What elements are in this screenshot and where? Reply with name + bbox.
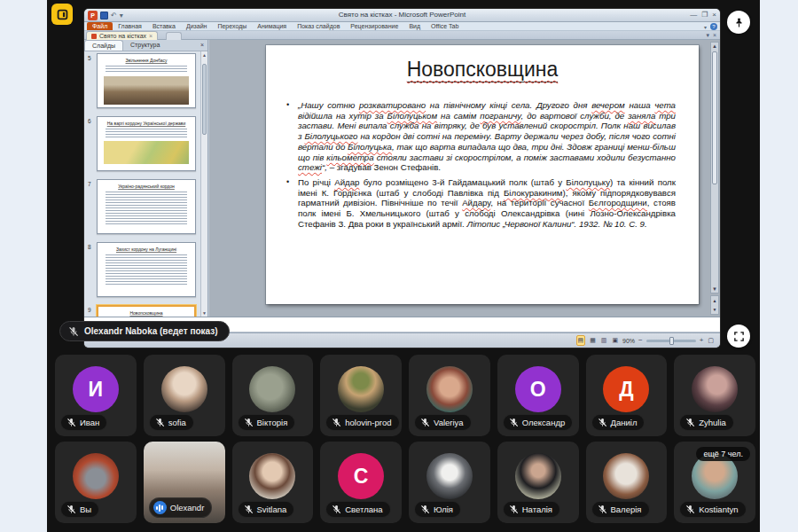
ribbon-tab-animations: Анимация [252,22,292,30]
participant-tile[interactable]: И Иван [55,355,137,436]
participant-name: Вы [80,505,91,514]
thumbnail-map [104,141,189,164]
view-reading-icon: ▥ [600,336,608,345]
fit-to-window-icon: ▢ [707,336,715,345]
mic-muted-icon [244,505,254,514]
prev-next-slide-buttons: ▲ ▼ [710,295,719,315]
mic-muted-icon [509,505,519,514]
mic-muted-icon [332,418,341,427]
avatar: О [515,366,561,412]
participant-tile[interactable]: Zyhulia [674,355,755,436]
mic-muted-icon [68,326,79,337]
tab-close-icon: × [149,33,153,39]
presenter-label[interactable]: Olexandr Naboka (ведет показ) [59,321,230,341]
participant-name: Zyhulia [699,418,726,427]
view-slideshow-icon: ▣ [611,336,619,345]
zoom-slider [646,340,696,342]
participant-tile[interactable]: Вікторія [232,355,314,436]
mic-muted-icon [598,505,607,514]
tabs-close-icon: × [713,32,716,39]
slide-thumbnail-selected: 9 Новопсковщина [84,305,200,317]
avatar: С [338,453,384,499]
slide-thumbnail: 5 Звільнення Донбасу [84,53,200,113]
participant-name: Олександр [522,418,565,427]
participants-grid: И Иван sofia Вікторія holovin-prod Valer… [55,355,755,523]
slide-bullet: По річці Айдар було розміщено 3-й Гайдам… [298,177,676,230]
slide-title: Новопсковщина [266,58,699,82]
pin-share-button[interactable] [727,11,750,34]
ribbon-tab-file: Файл [87,22,113,30]
slide-scrollbar: ▲ ▼ [710,42,719,293]
ppt-titlebar: P ↶ ▾ Свято на кістках - Microsoft Power… [84,9,720,22]
current-slide: Новопсковщина „Нашу сотню розкватировано… [266,45,699,304]
ppt-window-controls: — ❐ × [690,10,716,20]
participant-name: Наталія [522,505,552,514]
mic-muted-icon [685,418,695,427]
panel-tab-outline: Структура [123,40,167,51]
ribbon-tab-design: Дизайн [181,22,213,30]
participant-tile-video[interactable]: Olexandr [144,442,225,523]
ribbon-tab-slideshow: Показ слайдов [292,22,345,30]
document-tab-new [166,32,182,40]
speaking-indicator-icon [153,501,167,514]
participant-tile[interactable]: Юлія [409,442,490,523]
participant-name: Olexandr [170,503,205,512]
panel-close-icon: × [200,42,204,48]
ppt-document-tabs: Свято на кістках × ▾ × [84,31,720,40]
slide-bullet: „Нашу сотню розкватировано на північному… [298,100,676,173]
participant-tile[interactable]: Д Даниіл [586,355,668,436]
mic-muted-icon [155,418,165,427]
ppt-window-title: Свято на кістках - Microsoft PowerPoint [84,11,720,19]
tabs-dropdown-icon: ▾ [706,32,709,39]
participant-name: Вікторія [257,418,288,427]
participant-tile[interactable]: Valeriya [409,355,490,436]
slides-panel: Слайды Структура × 5 Звільнення Донбасу [84,40,208,317]
participant-tile[interactable]: ещё 7 чел. Kostiantyn [674,442,755,523]
ribbon-tab-review: Рецензирование [345,22,403,30]
expand-icon [733,331,745,342]
participant-tile[interactable]: Наталія [497,442,579,523]
ppt-ribbon-tabs: Файл Главная Вставка Дизайн Переходы Ани… [84,22,720,31]
participant-name: Valeriya [434,418,464,427]
pin-icon [733,17,745,28]
ribbon-tab-officetab: Office Tab [426,22,464,30]
ppt-file-icon [91,34,97,39]
ribbon-tab-transitions: Переходы [212,22,252,30]
participant-tile[interactable]: holovin-prod [320,355,402,436]
zoom-level: 90% [622,338,635,344]
participant-tile[interactable]: Валерія [586,442,668,523]
slide-thumbnail: 8 Захист кордону на Луганщині [84,242,200,302]
participant-name: Svitlana [257,505,287,514]
ribbon-tab-view: Вид [403,22,426,30]
slide-body-text: „Нашу сотню розкватировано на північному… [298,100,676,233]
view-normal-icon: ▤ [576,335,586,346]
view-sorter-icon: ▦ [589,336,597,345]
screen-share-icon [56,8,69,21]
app-logo[interactable] [51,4,73,25]
participant-name: Kostiantyn [699,505,738,514]
mic-muted-icon [244,418,254,427]
avatar [603,453,649,499]
screen-share-view[interactable]: P ↶ ▾ Свято на кістках - Microsoft Power… [84,9,720,348]
avatar [426,366,473,412]
participant-tile[interactable]: С Светлана [320,442,402,523]
participant-name: Светлана [345,505,382,514]
mic-muted-icon [685,505,695,514]
more-participants-badge[interactable]: ещё 7 чел. [696,447,750,461]
ribbon-tab-insert: Вставка [147,22,181,30]
participant-tile[interactable]: Вы [55,442,137,523]
avatar [692,366,738,412]
participant-name: sofia [168,418,186,427]
participant-tile[interactable]: Svitlana [232,442,314,523]
avatar [426,453,473,499]
slide-thumbnail: 7 Україно-радянський кордон [84,179,200,239]
participant-tile[interactable]: sofia [144,355,225,436]
fullscreen-button[interactable] [727,325,750,348]
mic-muted-icon [332,505,341,514]
slide-editing-area: Новопсковщина „Нашу сотню розкватировано… [209,40,720,317]
participant-tile[interactable]: О Олександр [497,355,579,436]
zoom-out-icon: − [638,337,643,344]
mic-muted-icon [66,505,76,514]
mic-muted-icon [509,418,519,427]
avatar [249,366,295,412]
